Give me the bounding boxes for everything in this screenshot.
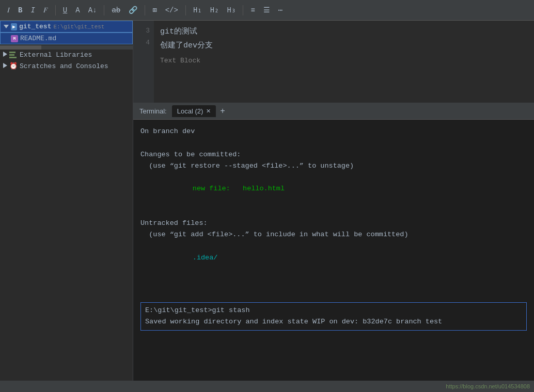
format-icon[interactable]: 𝐹 (41, 5, 50, 15)
md-icon: M (11, 35, 18, 42)
sidebar: ▶ git_test E:\git\git_test M README.md E… (0, 21, 133, 392)
term-line-7 (140, 195, 527, 206)
sidebar-item-readme[interactable]: M README.md (0, 32, 133, 44)
line-number-4: 4 (133, 37, 150, 48)
h2-icon[interactable]: H₂ (208, 5, 221, 15)
text-block-label: Text Block (160, 55, 528, 67)
sidebar-item-scratches[interactable]: ⏰ Scratches and Consoles (0, 60, 133, 72)
git-test-path: E:\git\git_test (53, 24, 104, 30)
terminal-tab-label: Local (2) (177, 107, 203, 115)
italic2-icon[interactable]: I (28, 5, 37, 15)
svg-marker-0 (3, 52, 7, 57)
sep2 (104, 5, 104, 15)
editor-content[interactable]: git的测试 创建了dev分支 Text Block (154, 21, 534, 103)
strikethrough-icon[interactable]: ab (109, 5, 122, 15)
term-line-8 (140, 206, 527, 218)
terminal-container: Terminal: Local (2) ✕ + On branch dev Ch… (133, 103, 534, 392)
terminal-add-button[interactable]: + (217, 107, 228, 116)
term-line-12: .idea/ (140, 252, 527, 264)
clock-warning-icon: ⏰ (9, 62, 18, 70)
code-icon[interactable]: </> (163, 5, 180, 15)
terminal-command-block: E:\git\git_test>git stash Saved working … (140, 302, 527, 331)
toolbar: 𝐼 B I 𝐹 U A A↓ ab 🔗 ⊞ </> H₁ H₂ H₃ ≡ ☰ ⋯ (0, 0, 534, 21)
editor-area: 3 4 git的测试 创建了dev分支 Text Block (133, 21, 534, 103)
table-icon[interactable]: ⊞ (150, 5, 159, 15)
sep3 (145, 5, 145, 15)
underline-icon[interactable]: U (61, 5, 69, 15)
sidebar-scrollbar[interactable] (0, 45, 133, 50)
editor-line-1: git的测试 (160, 25, 528, 39)
line-number-3: 3 (133, 25, 150, 37)
readme-label: README.md (20, 35, 56, 42)
terminal-tab-local[interactable]: Local (2) ✕ (172, 105, 216, 117)
editor-line-2: 创建了dev分支 (160, 39, 528, 53)
terminal-tabs: Terminal: Local (2) ✕ + (133, 103, 534, 120)
terminal-tab-close-button[interactable]: ✕ (206, 108, 211, 115)
triangle-right2-icon (3, 62, 7, 70)
terminal-cmd-line-2: Saved working directory and index state … (145, 316, 522, 328)
h3-icon[interactable]: H₃ (225, 5, 238, 15)
list-icon[interactable]: ☰ (261, 5, 272, 15)
fontsize-icon[interactable]: A (73, 5, 82, 15)
term-line-9: Untracked files: (140, 218, 527, 229)
term-line-6: new file: hello.html (140, 183, 527, 194)
terminal-label: Terminal: (135, 107, 171, 115)
sep4 (185, 5, 186, 15)
git-test-icon: ▶ (11, 23, 17, 30)
term-line-13 (140, 264, 527, 275)
terminal-cmd-line-1: E:\git\git_test>git stash (145, 305, 522, 316)
terminal-body[interactable]: On branch dev Changes to be committed: (… (133, 120, 534, 392)
term-line-10: (use “git add <file>...” to include in w… (140, 229, 527, 240)
term-line-4: (use “git restore --staged <file>...” to… (140, 160, 527, 172)
term-line-2 (140, 137, 527, 149)
sidebar-item-git-test[interactable]: ▶ git_test E:\git\git_test (0, 21, 133, 32)
term-line-5 (140, 172, 527, 183)
italic-icon[interactable]: 𝐼 (5, 5, 12, 15)
libraries-bar-icon (9, 52, 17, 58)
status-url: https://blog.csdn.net/u014534808 (446, 383, 530, 389)
link-icon[interactable]: 🔗 (127, 5, 139, 15)
status-bar: https://blog.csdn.net/u014534808 (0, 381, 534, 392)
term-line-11 (140, 241, 527, 252)
more-icon[interactable]: ⋯ (276, 5, 285, 15)
align-icon[interactable]: ≡ (248, 5, 257, 15)
line-numbers: 3 4 (133, 21, 154, 103)
sidebar-scrollbar-thumb (0, 45, 41, 50)
sep1 (55, 5, 56, 15)
git-test-label: git_test (19, 23, 51, 30)
term-line-14 (140, 275, 527, 286)
subscript-icon[interactable]: A↓ (86, 5, 99, 15)
svg-marker-1 (3, 63, 7, 68)
triangle-down-icon (4, 25, 9, 28)
scratches-label: Scratches and Consoles (20, 62, 108, 70)
sidebar-item-external-libraries[interactable]: External Libraries (0, 50, 133, 60)
external-libraries-label: External Libraries (20, 51, 92, 59)
sep5 (243, 5, 243, 15)
bold-icon[interactable]: B (16, 5, 24, 15)
triangle-right-icon (3, 51, 7, 59)
term-line-3: Changes to be committed: (140, 149, 527, 160)
h1-icon[interactable]: H₁ (191, 5, 204, 15)
term-line-15 (140, 287, 527, 298)
term-line-1: On branch dev (140, 126, 527, 137)
